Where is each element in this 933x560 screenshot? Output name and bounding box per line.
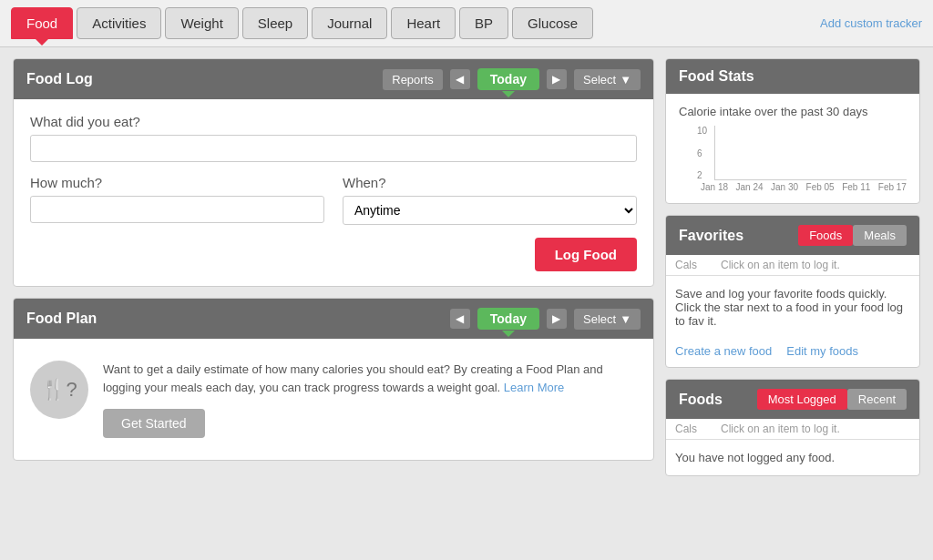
x-labels: Jan 18 Jan 24 Jan 30 Feb 05 Feb 11 Feb 1… [679,182,907,192]
favorites-description: Save and log your favorite foods quickly… [675,287,910,328]
next-day-button[interactable]: ▶ [547,69,567,89]
favorites-header: Favorites Foods Meals [666,216,919,255]
food-plan-select-button[interactable]: Select ▼ [574,309,641,330]
left-column: Food Log Reports ◀ Today ▶ Select ▼ What… [13,58,654,476]
question-mark: ? [66,378,77,402]
foods-empty-message: You have not logged any food. [666,440,919,475]
log-food-button[interactable]: Log Food [535,238,637,271]
y-labels: 10 6 2 [697,126,707,180]
how-much-input[interactable] [30,196,324,223]
x-label-feb11: Feb 11 [842,182,870,192]
food-stats-card: Food Stats Calorie intake over the past … [665,58,920,204]
reports-button[interactable]: Reports [383,69,443,90]
fav-click-col: Click on an item to log it. [721,259,910,271]
foods-most-logged-tab[interactable]: Most Logged [757,389,847,410]
food-plan-today-button[interactable]: Today [477,308,539,330]
create-new-food-link[interactable]: Create a new food [675,344,772,358]
how-when-row: How much? When? Anytime Breakfast Lunch … [30,175,637,225]
y-label-10: 10 [697,126,707,136]
food-log-card: Food Log Reports ◀ Today ▶ Select ▼ What… [13,58,654,287]
foods-recent-tab[interactable]: Recent [847,389,907,410]
main-content: Food Log Reports ◀ Today ▶ Select ▼ What… [0,47,933,487]
food-plan-card: Food Plan ◀ Today ▶ Select ▼ 🍴 ? Want to… [13,298,654,461]
food-stats-header: Food Stats [666,59,919,94]
question-icon: 🍴 ? [30,361,88,419]
favorites-title: Favorites [679,228,798,244]
top-nav: Food Activities Weight Sleep Journal Hea… [0,0,933,47]
food-plan-next-button[interactable]: ▶ [547,309,567,329]
what-input[interactable] [30,135,637,162]
foods-header: Foods Most Logged Recent [666,380,919,419]
favorites-content: Save and log your favorite foods quickly… [666,276,919,339]
favorites-meals-tab[interactable]: Meals [853,225,907,246]
y-label-6: 6 [697,148,707,158]
today-button[interactable]: Today [477,68,539,90]
when-select[interactable]: Anytime Breakfast Lunch Dinner Snack [343,196,637,225]
nav-tab-glucose[interactable]: Glucose [512,7,593,39]
chevron-down-icon: ▼ [620,312,631,326]
chevron-down-icon: ▼ [620,73,631,87]
x-label-jan30: Jan 30 [771,182,798,192]
food-stats-body: Calorie intake over the past 30 days 10 … [666,94,919,203]
x-label-feb17: Feb 17 [878,182,907,192]
fork-knife-icon: 🍴 [41,378,66,402]
log-food-row: Log Food [30,225,637,271]
edit-my-foods-link[interactable]: Edit my foods [786,344,858,358]
prev-day-button[interactable]: ◀ [450,69,470,89]
food-log-header: Food Log Reports ◀ Today ▶ Select ▼ [14,59,653,99]
nav-tab-sleep[interactable]: Sleep [242,7,308,39]
foods-no-food-text: You have not logged any food. [675,451,910,464]
nav-tab-activities[interactable]: Activities [77,7,161,39]
how-label: How much? [30,175,324,190]
chart-bars: 10 6 2 [697,126,907,180]
foods-title: Foods [679,392,757,408]
foods-click-col: Click on an item to log it. [721,423,910,435]
favorites-cols: Cals Click on an item to log it. [666,255,919,276]
food-plan-text: Want to get a daily estimate of how many… [103,361,637,396]
select-button[interactable]: Select ▼ [574,69,641,90]
when-label: When? [343,175,637,190]
food-plan-title: Food Plan [26,311,443,327]
food-log-body: What did you eat? How much? When? Anytim… [14,99,653,286]
right-column: Food Stats Calorie intake over the past … [665,58,920,476]
food-plan-header: Food Plan ◀ Today ▶ Select ▼ [14,299,653,339]
how-much-group: How much? [30,175,324,225]
nav-tab-weight[interactable]: Weight [165,7,238,39]
learn-more-link[interactable]: Learn More [504,381,564,394]
favorites-card: Favorites Foods Meals Cals Click on an i… [665,215,920,368]
food-plan-description: Want to get a daily estimate of how many… [103,361,637,438]
x-label-feb05: Feb 05 [806,182,835,192]
when-group: When? Anytime Breakfast Lunch Dinner Sna… [343,175,637,225]
fav-cals-col: Cals [675,259,712,271]
nav-tab-journal[interactable]: Journal [312,7,387,39]
food-plan-body: 🍴 ? Want to get a daily estimate of how … [14,339,653,460]
x-label-jan18: Jan 18 [701,182,728,192]
foods-cals-col: Cals [675,423,712,435]
nav-tab-food[interactable]: Food [11,7,73,39]
food-log-title: Food Log [26,71,375,87]
nav-tab-heart[interactable]: Heart [391,7,456,39]
get-started-button[interactable]: Get Started [103,409,205,438]
what-label: What did you eat? [30,114,637,129]
stats-subtitle: Calorie intake over the past 30 days [679,105,907,118]
nav-tab-bp[interactable]: BP [459,7,508,39]
x-label-jan24: Jan 24 [736,182,764,192]
add-custom-tracker-link[interactable]: Add custom tracker [820,16,922,30]
foods-card: Foods Most Logged Recent Cals Click on a… [665,379,920,476]
favorites-foods-tab[interactable]: Foods [798,225,853,246]
y-label-2: 2 [697,170,707,180]
foods-cols: Cals Click on an item to log it. [666,419,919,440]
chart-area [714,126,907,180]
favorites-links: Create a new food Edit my foods [666,339,919,367]
food-plan-prev-button[interactable]: ◀ [450,309,470,329]
